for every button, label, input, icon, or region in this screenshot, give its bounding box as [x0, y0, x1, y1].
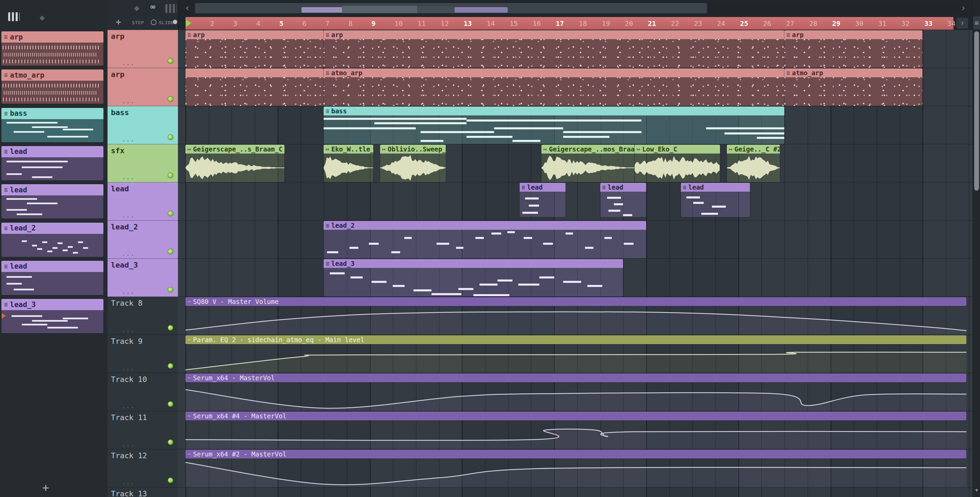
pattern-item-lead[interactable]: ≡lead	[2, 261, 103, 295]
track-mute-led[interactable]	[168, 478, 173, 483]
preview-note	[57, 242, 63, 244]
midi-clip-lead-3[interactable]: ≡lead_3	[324, 259, 623, 296]
step-label[interactable]: STEP	[132, 20, 144, 25]
ruler-scroll-right[interactable]: ›	[956, 18, 968, 29]
pattern-item-lead[interactable]: ≡lead	[2, 146, 103, 180]
scroll-right-arrow[interactable]: ›	[961, 3, 966, 13]
pattern-item-lead_2[interactable]: ≡lead_2	[2, 223, 103, 257]
dots-clip-arp[interactable]: ≡arp	[324, 30, 784, 68]
hscrollbar-track[interactable]	[194, 2, 959, 14]
clip-label: lead	[608, 183, 624, 191]
track-name: Track 12	[111, 451, 147, 460]
slide-label[interactable]: SLIDE	[159, 20, 174, 25]
midi-clip-lead[interactable]: ≡lead	[600, 183, 646, 217]
track-header-track-13[interactable]: Track 13...	[108, 487, 178, 497]
track-header-lead_3[interactable]: lead_3...	[108, 259, 178, 297]
dots-clip-atmo-arp[interactable]: ≡atmo_arp	[784, 68, 923, 106]
dots-clip-atmo-arp[interactable]: ≡atmo_arp	[324, 68, 784, 106]
pattern-picker-icon[interactable]: ◆	[40, 13, 45, 22]
vscrollbar-handle[interactable]	[974, 31, 979, 191]
midi-note	[563, 281, 581, 283]
add-track-button[interactable]: +	[116, 16, 121, 27]
track-mute-led[interactable]	[168, 325, 173, 331]
automation-clip-sq80-v-master-volume[interactable]: ~SQ80 V - Master Volume	[185, 297, 966, 335]
pattern-item-lead[interactable]: ≡lead	[2, 184, 103, 218]
pattern-preview	[2, 119, 103, 142]
midi-clip-lead[interactable]: ≡lead	[520, 183, 566, 217]
slide-indicator[interactable]	[173, 20, 177, 24]
track-mute-led[interactable]	[168, 134, 173, 140]
playlist-row-5[interactable]	[178, 182, 972, 221]
pattern-picker-icon[interactable]: ◆	[134, 3, 140, 12]
pattern-name: arp	[10, 33, 23, 41]
audio-clip-oblivio-sweep-cm[interactable]: ↦Oblivio..Sweep_Cm	[380, 145, 446, 182]
audio-clip-geigerscape-s-braam-c-2[interactable]: ↦Geigerscape_..s_Braam_C #2	[185, 145, 285, 182]
pattern-name: lead	[10, 147, 27, 156]
dots-clip-arp[interactable]: ≡arp	[185, 30, 324, 68]
midi-clip-lead-2[interactable]: ≡lead_2	[324, 221, 646, 258]
preview-note	[68, 246, 73, 248]
clip-body	[324, 77, 784, 106]
playlist-icon[interactable]	[165, 4, 177, 13]
midi-note	[512, 140, 540, 142]
audio-clip-eko-w-tle-c[interactable]: ↦Eko_W..tle_C	[324, 145, 373, 182]
pattern-item-arp[interactable]: ≡arp	[2, 31, 103, 66]
track-header-lead_2[interactable]: lead_2...	[108, 221, 178, 259]
pattern-item-lead_3[interactable]: ≡lead_3	[2, 299, 103, 333]
track-mute-led[interactable]	[168, 211, 173, 216]
automation-clip-param-eq-2-sidechain-atmo-eq-main-level[interactable]: ~Param. EQ 2 - sidechain_atmo_eq - Main …	[185, 335, 966, 373]
track-header-arp[interactable]: arp...	[108, 30, 178, 68]
playlist-row-13[interactable]	[178, 487, 972, 497]
scroll-down-arrow[interactable]: ▾	[973, 483, 980, 496]
dots-clip[interactable]	[185, 68, 324, 106]
pattern-item-bass[interactable]: ≡bass	[2, 108, 103, 142]
pattern-name: lead_3	[10, 301, 36, 309]
track-header-arp[interactable]: arp...	[108, 68, 178, 106]
track-header-track-8[interactable]: Track 8...	[108, 297, 178, 335]
add-pattern-button[interactable]: +	[42, 481, 49, 494]
midi-clip-lead[interactable]: ≡lead	[681, 183, 750, 217]
clip-header: ↦Geige.._C #2	[727, 145, 780, 153]
automation-clip-serum-x64-4-mastervol[interactable]: ~Serum_x64 #4 - MasterVol	[185, 411, 966, 449]
automation-clip-serum-x64-2-mastervol[interactable]: ~Serum_x64 #2 - MasterVol	[185, 450, 966, 487]
clip-header: ≡atmo_arp	[784, 68, 923, 77]
clip-header: ≡lead	[600, 183, 646, 192]
preview-note	[52, 247, 57, 249]
track-header-track-10[interactable]: Track 10...	[108, 373, 178, 411]
playlist-grid[interactable]: ≡arp≡arp≡arp≡atmo_arp≡atmo_arp≡bass↦Geig…	[178, 30, 972, 497]
track-mute-led[interactable]	[168, 440, 173, 445]
bar-number: 8	[348, 19, 353, 27]
track-header-bass[interactable]: bass...	[108, 106, 178, 144]
track-header-track-11[interactable]: Track 11...	[108, 411, 178, 449]
track-mute-led[interactable]	[168, 401, 173, 407]
track-header-track-9[interactable]: Track 9...	[108, 335, 178, 373]
playlist-icon[interactable]	[8, 12, 20, 21]
midi-clip-bass[interactable]: ≡bass	[324, 107, 784, 144]
hscrollbar-handle[interactable]	[195, 3, 707, 13]
track-mute-led[interactable]	[168, 287, 173, 292]
dots-clip-arp[interactable]: ≡arp	[784, 30, 923, 68]
track-mute-led[interactable]	[168, 96, 173, 102]
link-icon[interactable]: ∞	[150, 3, 155, 11]
pattern-item-atmo_arp[interactable]: ≡atmo_arp	[2, 69, 103, 104]
track-mute-led[interactable]	[168, 363, 173, 369]
track-mute-led[interactable]	[168, 173, 173, 178]
automation-curve	[185, 382, 966, 411]
clip-body	[784, 39, 923, 68]
bar-number: 16	[533, 19, 541, 27]
track-header-lead[interactable]: lead...	[108, 182, 178, 221]
track-mute-led[interactable]	[168, 249, 173, 254]
step-toggle[interactable]	[151, 19, 156, 25]
audio-clip-geige-c-2[interactable]: ↦Geige.._C #2	[727, 145, 780, 182]
clip-body	[380, 153, 446, 182]
track-header-track-12[interactable]: Track 12...	[108, 449, 178, 487]
audio-clip-low-eko-c[interactable]: ↦Low_Eko_C	[635, 145, 720, 182]
track-header-sfx[interactable]: sfx...	[108, 144, 178, 182]
automation-clip-serum-x64-mastervol[interactable]: ~Serum_x64 - MasterVol	[185, 373, 966, 411]
audio-clip-geigerscape-mos-braam-[interactable]: ↦Geigerscape_..mos_Braam_	[541, 145, 635, 182]
scrollbar-menu-icon[interactable]: ≡	[973, 16, 980, 29]
bar-number: 29	[832, 19, 840, 27]
timeline-ruler[interactable]: 2345678910111213141516171819202122232425…	[178, 16, 972, 30]
scroll-left-arrow[interactable]: ‹	[185, 3, 190, 13]
track-mute-led[interactable]	[168, 58, 173, 64]
